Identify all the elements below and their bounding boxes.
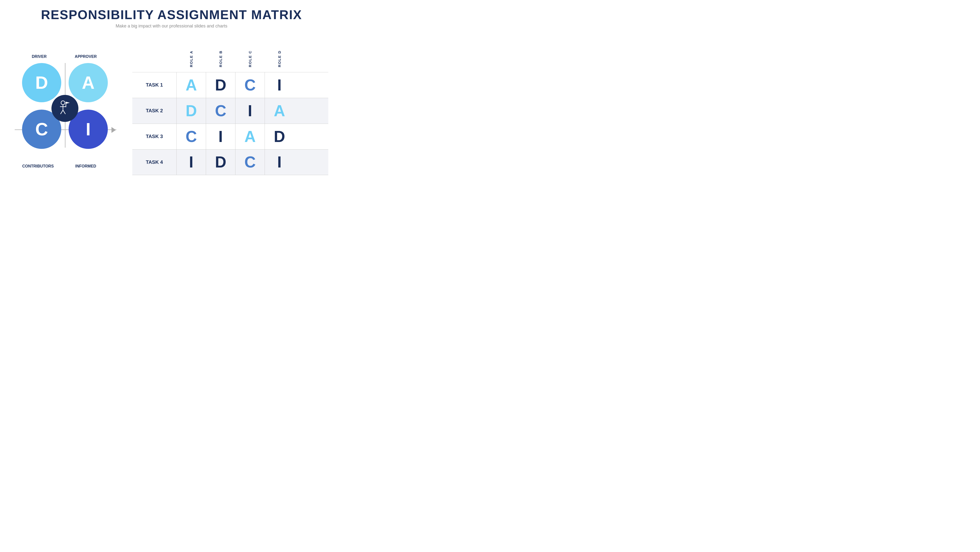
cell-t4-rc: C bbox=[235, 150, 265, 175]
role-header-a: ROLE A bbox=[177, 46, 206, 71]
role-header-b: ROLE B bbox=[206, 46, 235, 71]
task-label-2: TASK 2 bbox=[132, 108, 177, 113]
circle-c-letter: C bbox=[35, 119, 48, 139]
role-header-d: ROLE D bbox=[265, 46, 294, 71]
cell-letter: A bbox=[274, 102, 285, 120]
cell-t4-ra: I bbox=[177, 150, 206, 175]
cell-letter: D bbox=[215, 153, 226, 171]
content-area: DRIVER APPROVER CONTRIBUTORS INFORMED D … bbox=[0, 31, 343, 193]
cell-t1-rd: I bbox=[265, 72, 294, 98]
matrix-header-row: ROLE A ROLE B ROLE C ROLE D bbox=[177, 46, 328, 71]
cell-t1-rb: D bbox=[206, 72, 235, 98]
cell-t1-ra: A bbox=[177, 72, 206, 98]
cell-t3-rd: D bbox=[265, 124, 294, 149]
label-driver: DRIVER bbox=[22, 54, 56, 59]
label-approver: APPROVER bbox=[68, 54, 103, 59]
label-informed: INFORMED bbox=[68, 164, 103, 169]
header: RESPONSIBILITY ASSIGNMENT MATRIX Make a … bbox=[41, 0, 302, 31]
circle-a-letter: A bbox=[82, 73, 95, 93]
cell-t1-rc: C bbox=[235, 72, 265, 98]
cell-letter: C bbox=[244, 76, 256, 94]
cell-letter: C bbox=[186, 128, 197, 146]
matrix-row-task3: TASK 3 C I A D bbox=[132, 124, 328, 149]
cell-letter: D bbox=[186, 102, 197, 120]
cell-t4-rd: I bbox=[265, 150, 294, 175]
main-title: RESPONSIBILITY ASSIGNMENT MATRIX bbox=[41, 7, 302, 22]
cell-t4-rb: D bbox=[206, 150, 235, 175]
task-label-1: TASK 1 bbox=[132, 82, 177, 88]
cell-letter: A bbox=[244, 128, 256, 146]
role-header-c: ROLE C bbox=[235, 46, 265, 71]
matrix-row-task4: TASK 4 I D C I bbox=[132, 149, 328, 175]
person-flag-icon bbox=[57, 100, 72, 117]
cell-letter: A bbox=[186, 76, 197, 94]
cell-letter: I bbox=[248, 102, 252, 120]
task-label-3: TASK 3 bbox=[132, 134, 177, 139]
diagram: DRIVER APPROVER CONTRIBUTORS INFORMED D … bbox=[15, 47, 118, 175]
svg-point-0 bbox=[61, 101, 65, 105]
cell-letter: D bbox=[274, 128, 285, 146]
arrow-right-icon bbox=[111, 127, 116, 133]
circle-d-letter: D bbox=[35, 73, 48, 93]
cell-letter: I bbox=[189, 153, 194, 171]
matrix-row-task2: TASK 2 D C I A bbox=[132, 98, 328, 124]
svg-marker-6 bbox=[66, 102, 70, 104]
circle-d: D bbox=[22, 63, 61, 102]
cell-letter: C bbox=[215, 102, 226, 120]
cell-t2-rc: I bbox=[235, 98, 265, 124]
task-label-4: TASK 4 bbox=[132, 160, 177, 165]
cell-letter: I bbox=[277, 153, 282, 171]
svg-line-3 bbox=[60, 110, 63, 114]
cell-letter: C bbox=[244, 153, 256, 171]
cell-t2-rb: C bbox=[206, 98, 235, 124]
cell-t2-rd: A bbox=[265, 98, 294, 124]
cell-t3-rb: I bbox=[206, 124, 235, 149]
circle-a: A bbox=[68, 63, 108, 102]
cell-letter: D bbox=[215, 76, 226, 94]
subtitle: Make a big impact with our professional … bbox=[41, 24, 302, 29]
cell-letter: I bbox=[218, 128, 223, 146]
matrix-row-task1: TASK 1 A D C I bbox=[132, 72, 328, 98]
label-contributors: CONTRIBUTORS bbox=[17, 164, 59, 169]
cell-t3-rc: A bbox=[235, 124, 265, 149]
circle-i-letter: I bbox=[86, 119, 91, 139]
cell-t2-ra: D bbox=[177, 98, 206, 124]
cell-letter: I bbox=[277, 76, 282, 94]
matrix: ROLE A ROLE B ROLE C ROLE D TASK 1 A D C… bbox=[132, 46, 328, 175]
svg-line-4 bbox=[63, 110, 65, 114]
cell-t3-ra: C bbox=[177, 124, 206, 149]
circle-center bbox=[51, 95, 78, 122]
